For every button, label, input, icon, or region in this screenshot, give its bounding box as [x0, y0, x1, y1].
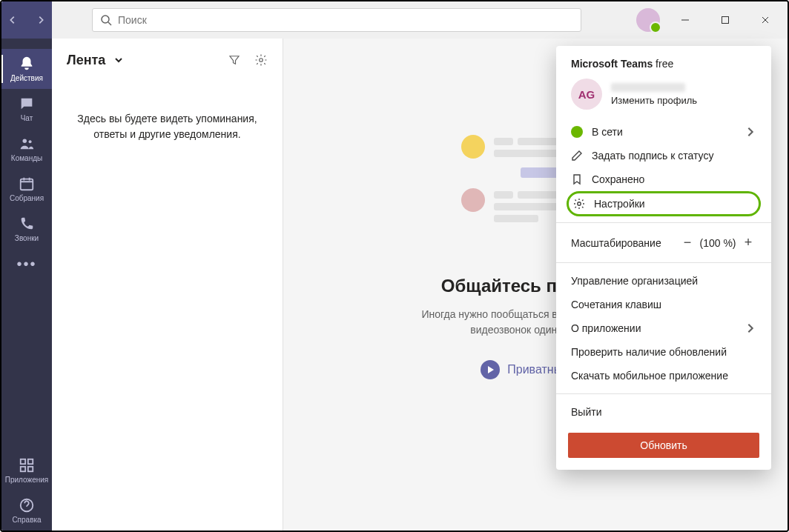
change-profile-link[interactable]: Изменить профиль — [611, 95, 697, 106]
rail-help[interactable]: Справка — [1, 491, 52, 531]
menu-check-updates[interactable]: Проверить наличие обновлений — [556, 340, 771, 364]
menu-shortcuts-label: Сочетания клавиш — [571, 299, 661, 310]
svg-rect-1 — [722, 17, 729, 24]
rail-calls[interactable]: Звонки — [1, 209, 52, 249]
user-name-redacted — [611, 83, 685, 92]
window-maximize-button[interactable] — [710, 5, 740, 35]
chevron-down-icon[interactable] — [114, 56, 123, 64]
zoom-label: Масштабирование — [571, 237, 679, 249]
gear-icon — [573, 198, 585, 210]
menu-saved[interactable]: Сохранено — [556, 167, 771, 191]
svg-rect-8 — [28, 467, 33, 471]
filter-icon[interactable] — [228, 53, 241, 67]
menu-saved-label: Сохранено — [592, 173, 644, 185]
search-icon — [100, 14, 112, 26]
search-input[interactable] — [118, 14, 573, 26]
feed-empty-text: Здесь вы будете видеть упоминания, ответ… — [52, 82, 283, 172]
menu-settings[interactable]: Настройки — [573, 198, 754, 210]
profile-menu: Microsoft Teams free AG Изменить профиль… — [556, 46, 771, 470]
teams-icon — [19, 136, 35, 152]
rail-chat[interactable]: Чат — [1, 89, 52, 129]
bell-icon — [19, 56, 35, 72]
rail-activity[interactable]: Действия — [1, 49, 52, 89]
menu-status-label: В сети — [592, 126, 623, 138]
rail-teams-label: Команды — [11, 154, 42, 162]
menu-check-updates-label: Проверить наличие обновлений — [571, 346, 727, 358]
menu-download-mobile-label: Скачать мобильное приложение — [571, 370, 728, 382]
svg-point-0 — [102, 16, 109, 23]
svg-point-3 — [29, 140, 32, 143]
upgrade-button[interactable]: Обновить — [568, 433, 759, 458]
rail-chat-label: Чат — [21, 114, 33, 122]
calendar-icon — [19, 176, 35, 192]
zoom-out-button[interactable]: − — [679, 235, 696, 250]
bookmark-icon — [571, 173, 583, 185]
rail-help-label: Справка — [12, 516, 41, 524]
phone-icon — [19, 216, 35, 232]
rail-calls-label: Звонки — [15, 234, 39, 242]
rail-meetings-label: Собрания — [10, 194, 44, 202]
help-icon — [19, 497, 35, 513]
menu-about[interactable]: О приложении — [556, 316, 771, 340]
feed-title[interactable]: Лента — [67, 53, 105, 68]
rail-teams[interactable]: Команды — [1, 129, 52, 169]
nav-back-button[interactable] — [2, 10, 23, 30]
menu-profile-row[interactable]: AG Изменить профиль — [556, 79, 771, 120]
svg-point-10 — [260, 59, 263, 62]
rail-activity-label: Действия — [10, 74, 43, 82]
rail-apps-label: Приложения — [5, 476, 49, 484]
menu-sign-out-label: Выйти — [571, 406, 601, 418]
svg-point-2 — [23, 139, 27, 144]
menu-settings-label: Настройки — [594, 198, 645, 210]
menu-manage-org[interactable]: Управление организацией — [556, 269, 771, 293]
profile-avatar[interactable] — [636, 8, 660, 32]
gear-icon[interactable] — [254, 53, 268, 67]
chat-icon — [19, 96, 35, 112]
menu-sign-out[interactable]: Выйти — [556, 400, 771, 424]
app-rail: Действия Чат Команды Собрания Звонки ••• — [1, 39, 52, 531]
menu-zoom: Масштабирование − (100 %) + — [556, 229, 771, 256]
apps-icon — [19, 457, 35, 473]
menu-avatar: AG — [571, 79, 602, 110]
svg-rect-5 — [21, 459, 25, 464]
upgrade-label: Обновить — [640, 439, 687, 451]
edit-icon — [571, 150, 583, 162]
menu-status[interactable]: В сети — [556, 120, 771, 144]
menu-manage-org-label: Управление организацией — [571, 275, 698, 287]
feed-panel: Лента Здесь вы будете видеть упоминания,… — [52, 39, 283, 531]
nav-forward-button[interactable] — [30, 10, 51, 30]
rail-meetings[interactable]: Собрания — [1, 169, 52, 209]
zoom-percent: (100 %) — [696, 237, 740, 249]
svg-rect-7 — [21, 467, 25, 471]
window-close-button[interactable] — [750, 5, 780, 35]
window-minimize-button[interactable] — [670, 5, 700, 35]
menu-download-mobile[interactable]: Скачать мобильное приложение — [556, 364, 771, 388]
status-available-icon — [571, 126, 583, 138]
menu-shortcuts[interactable]: Сочетания клавиш — [556, 293, 771, 316]
svg-rect-4 — [21, 179, 33, 190]
menu-about-label: О приложении — [571, 322, 641, 334]
search-box[interactable] — [92, 8, 581, 32]
chevron-right-icon — [745, 322, 756, 334]
zoom-in-button[interactable]: + — [740, 235, 756, 250]
svg-rect-6 — [28, 459, 33, 464]
menu-set-status-label: Задать подпись к статусу — [592, 150, 713, 162]
rail-more-button[interactable]: ••• — [16, 249, 36, 279]
chevron-right-icon — [745, 126, 756, 138]
menu-title: Microsoft Teams free — [556, 58, 771, 79]
svg-point-11 — [578, 202, 581, 205]
menu-set-status-message[interactable]: Задать подпись к статусу — [556, 144, 771, 167]
play-icon — [481, 360, 500, 379]
rail-apps[interactable]: Приложения — [1, 450, 52, 491]
